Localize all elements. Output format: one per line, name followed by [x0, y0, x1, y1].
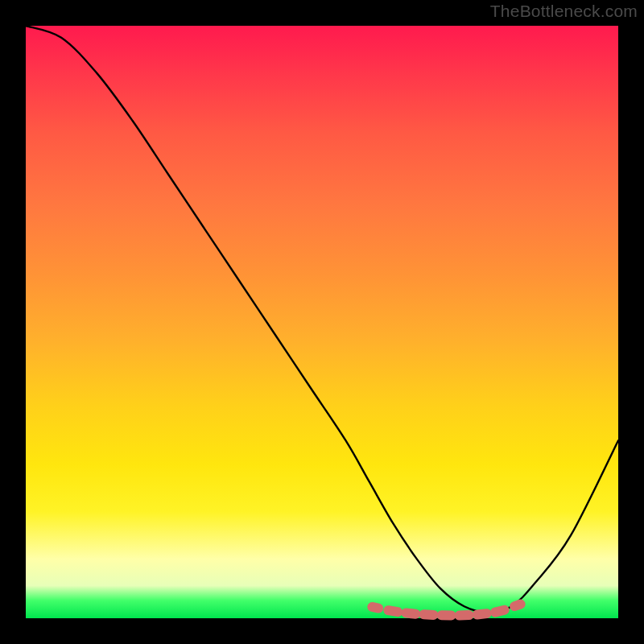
watermark-text: TheBottleneck.com — [490, 2, 638, 21]
plot-area — [26, 26, 618, 618]
optimum-marker — [508, 598, 526, 613]
optimum-marker — [489, 604, 510, 617]
curve-layer — [26, 26, 618, 618]
optimum-markers — [366, 598, 526, 621]
optimum-marker — [419, 609, 439, 620]
optimum-marker — [401, 608, 421, 619]
optimum-marker — [436, 610, 456, 620]
optimum-marker — [366, 601, 384, 614]
bottleneck-curve — [26, 26, 618, 613]
optimum-marker — [454, 610, 473, 621]
chart-frame: TheBottleneck.com — [0, 0, 644, 644]
optimum-marker — [382, 605, 403, 617]
